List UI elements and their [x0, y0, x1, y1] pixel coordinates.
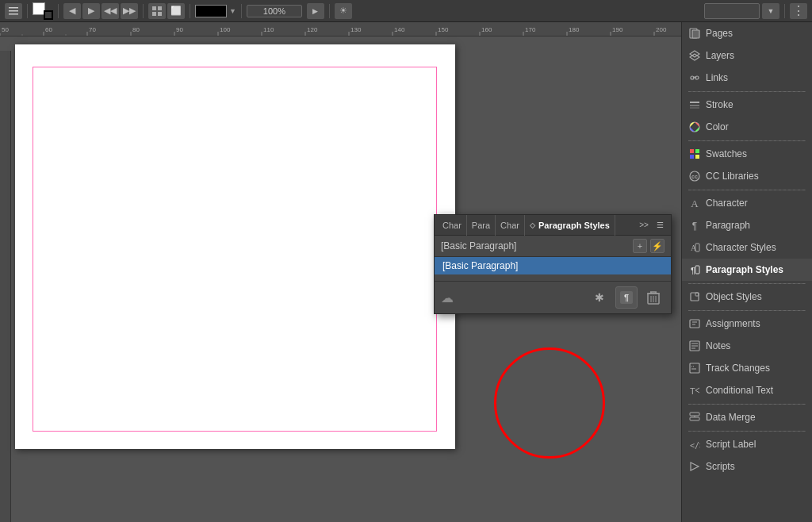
svg-text:60: 60 — [45, 26, 52, 33]
svg-rect-4 — [158, 6, 162, 10]
panel-item-conditional-text[interactable]: T Conditional Text — [682, 379, 812, 401]
svg-rect-0 — [9, 7, 18, 9]
panel-item-color[interactable]: Color — [682, 116, 812, 138]
style-item-basic-paragraph[interactable]: [Basic Paragraph] — [435, 257, 671, 274]
panel-expand-btn[interactable]: >> — [636, 217, 652, 233]
pages-icon — [688, 27, 701, 40]
svg-text:T: T — [690, 386, 695, 396]
panel-item-layers[interactable]: Layers — [682, 44, 812, 67]
coord-arrow[interactable]: ▼ — [762, 3, 779, 19]
stroke-icon — [688, 98, 701, 111]
panel-item-data-merge[interactable]: Data Merge — [682, 406, 812, 428]
view-btn[interactable]: ⬜ — [167, 3, 185, 19]
svg-marker-94 — [691, 463, 699, 470]
grid-btn[interactable] — [148, 3, 166, 19]
shape-arrow[interactable]: ▼ — [229, 7, 236, 15]
svg-rect-66 — [695, 155, 699, 159]
layers-label: Layers — [706, 50, 806, 61]
panel-menu-btn[interactable]: ☰ — [652, 217, 668, 233]
svg-rect-65 — [690, 155, 694, 159]
svg-text:A: A — [691, 198, 699, 209]
panel-item-paragraph-styles[interactable]: ¶ Paragraph Styles — [682, 259, 812, 281]
new-paragraph-style-btn[interactable]: ¶ — [615, 286, 638, 309]
fill-stroke-indicator[interactable] — [33, 2, 53, 20]
panel-bottom-left: ☁ — [441, 290, 584, 305]
tab-para[interactable]: Para — [467, 215, 496, 236]
svg-text:80: 80 — [132, 26, 140, 33]
svg-text:140: 140 — [394, 26, 405, 33]
panel-item-script-label[interactable]: </> Script Label — [682, 433, 812, 455]
trash-icon-svg — [647, 290, 660, 305]
svg-text:70: 70 — [89, 26, 96, 33]
svg-text:</>: </> — [690, 441, 700, 450]
assignments-icon — [688, 317, 701, 330]
main-area: 50 60 70 80 90 100 110 120 130 — [0, 22, 812, 522]
svg-rect-3 — [152, 6, 156, 10]
next-spread-btn[interactable]: ▶▶ — [121, 3, 138, 19]
panel-item-paragraph[interactable]: ¶ Paragraph — [682, 214, 812, 236]
lightning-btn[interactable]: ⚡ — [650, 239, 665, 253]
page-margin — [33, 67, 437, 432]
delete-style-btn[interactable] — [642, 286, 665, 309]
svg-point-58 — [695, 76, 699, 79]
svg-text:¶: ¶ — [691, 266, 695, 275]
next-btn[interactable]: ▶ — [82, 3, 100, 19]
coord-field[interactable] — [704, 3, 760, 19]
svg-rect-6 — [158, 12, 162, 16]
panel-item-notes[interactable]: Notes — [682, 335, 812, 357]
conditional-text-label: Conditional Text — [706, 385, 806, 396]
svg-rect-54 — [692, 30, 699, 38]
right-panel: Pages Layers Links Stroke — [681, 22, 812, 522]
zoom-arrow[interactable]: ▶ — [307, 3, 324, 19]
svg-text:100: 100 — [220, 26, 231, 33]
svg-text:170: 170 — [525, 26, 536, 33]
svg-line-88 — [695, 388, 699, 390]
panel-item-cc-libraries[interactable]: cc CC Libraries — [682, 165, 812, 187]
panel-item-track-changes[interactable]: Track Changes — [682, 357, 812, 379]
sun-btn[interactable]: ☀ — [335, 3, 352, 19]
tab-char2[interactable]: Char — [496, 215, 525, 236]
svg-text:A: A — [691, 244, 697, 252]
panel-item-scripts[interactable]: Scripts — [682, 455, 812, 478]
vertical-ruler — [0, 51, 11, 522]
character-label: Character — [706, 198, 806, 209]
panel-item-character[interactable]: A Character — [682, 192, 812, 214]
cc-libraries-label: CC Libraries — [706, 171, 806, 182]
panel-item-assignments[interactable]: Assignments — [682, 313, 812, 335]
prev-spread-btn[interactable]: ◀◀ — [102, 3, 119, 19]
app-menu-btn[interactable] — [5, 3, 22, 19]
svg-text:¶: ¶ — [624, 293, 629, 302]
svg-text:180: 180 — [569, 26, 580, 33]
prev-btn[interactable]: ◀ — [63, 3, 81, 19]
panel-tabs: Char Para Char ◇ Paragraph Styles >> ☰ — [435, 215, 671, 236]
svg-text:150: 150 — [438, 26, 449, 33]
panel-item-pages[interactable]: Pages — [682, 22, 812, 44]
pin-btn[interactable]: ✱ — [588, 286, 611, 309]
conditional-text-icon: T — [688, 384, 701, 397]
horizontal-ruler: 50 60 70 80 90 100 110 120 130 — [0, 22, 681, 36]
svg-rect-64 — [695, 149, 699, 153]
panel-item-object-styles[interactable]: Object Styles — [682, 286, 812, 308]
svg-text:cc: cc — [691, 174, 698, 179]
tab-paragraph-styles[interactable]: ◇ Paragraph Styles — [525, 215, 615, 236]
cc-libraries-icon: cc — [688, 170, 701, 182]
panel-item-links[interactable]: Links — [682, 67, 812, 89]
menu-dots[interactable]: ⋮ — [790, 3, 807, 19]
svg-rect-74 — [695, 266, 699, 274]
pages-label: Pages — [706, 28, 806, 39]
shape-box — [195, 5, 227, 17]
canvas-area: 50 60 70 80 90 100 110 120 130 — [0, 22, 681, 522]
zoom-control[interactable]: 100% — [247, 5, 302, 17]
paragraph-label: Paragraph — [706, 220, 806, 231]
panel-item-character-styles[interactable]: A Character Styles — [682, 236, 812, 259]
paragraph-styles-label: Paragraph Styles — [706, 264, 806, 275]
panel-item-stroke[interactable]: Stroke — [682, 94, 812, 116]
links-label: Links — [706, 72, 806, 83]
tab-char[interactable]: Char — [438, 215, 467, 236]
svg-rect-77 — [690, 320, 699, 328]
track-changes-label: Track Changes — [706, 363, 806, 374]
panel-item-swatches[interactable]: Swatches — [682, 143, 812, 165]
svg-text:200: 200 — [656, 26, 667, 33]
new-style-btn[interactable]: + — [633, 239, 647, 253]
scripts-icon — [688, 460, 701, 473]
